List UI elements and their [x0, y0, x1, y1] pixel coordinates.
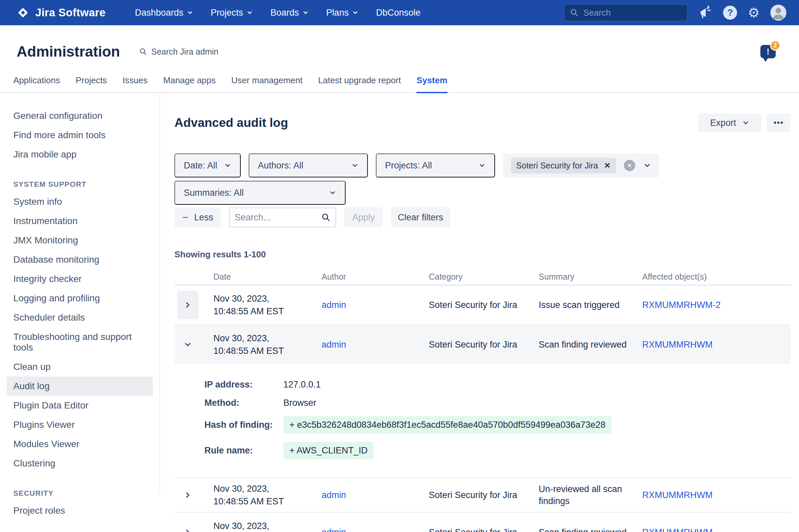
- table-header-row: Date Author Category Summary Affected ob…: [174, 269, 791, 286]
- sidebar-item-plugin-data-editor[interactable]: Plugin Data Editor: [0, 396, 159, 415]
- audit-search-box[interactable]: [229, 207, 336, 227]
- detail-value-hash: + e3c5b326248d0834eb68f3f1ec5acd55fe8ae4…: [283, 416, 612, 434]
- affected-object-link[interactable]: RXMUMMRHWM: [642, 527, 712, 532]
- row-summary: Scan finding reviewed: [539, 339, 642, 350]
- sidebar-item-troubleshooting[interactable]: Troubleshooting and support tools: [0, 327, 159, 357]
- less-filters-button[interactable]: − Less: [174, 207, 221, 227]
- admin-tabs: Applications Projects Issues Manage apps…: [0, 60, 799, 93]
- chevron-down-icon: [224, 162, 231, 169]
- sidebar-item-instrumentation[interactable]: Instrumentation: [0, 211, 159, 231]
- admin-header: Administration Search Jira admin ! 2: [0, 25, 799, 60]
- detail-value-method: Browser: [283, 398, 316, 408]
- tab-applications[interactable]: Applications: [13, 75, 60, 92]
- sidebar-item-project-roles[interactable]: Project roles: [0, 501, 159, 520]
- nav-plans[interactable]: Plans: [326, 8, 359, 18]
- row-summary: Issue scan triggered: [539, 299, 642, 311]
- sidebar-item-find-more-admin-tools[interactable]: Find more admin tools: [0, 126, 159, 145]
- date-filter-dropdown[interactable]: Date: All: [174, 153, 241, 177]
- row-details-panel: IP address: 127.0.0.1 Method: Browser Ha…: [174, 364, 791, 478]
- tab-projects[interactable]: Projects: [76, 75, 107, 92]
- export-button[interactable]: Export: [698, 114, 761, 132]
- global-search-input[interactable]: [583, 8, 682, 18]
- tab-user-management[interactable]: User management: [231, 75, 303, 92]
- global-search[interactable]: [564, 4, 688, 21]
- affected-object-link[interactable]: RXMUMMRHWM: [642, 340, 712, 349]
- sidebar-item-database-monitoring[interactable]: Database monitoring: [0, 250, 159, 269]
- tab-system[interactable]: System: [417, 75, 448, 92]
- row-category: Soteri Security for Jira: [429, 490, 539, 500]
- affected-object-link[interactable]: RXMUMMRHWM-2: [642, 300, 720, 310]
- table-row-expanded: Nov 30, 2023, 10:48:55 AM EST admin Sote…: [174, 325, 791, 364]
- nav-projects[interactable]: Projects: [211, 8, 253, 18]
- col-header-date: Date: [213, 272, 322, 282]
- nav-boards[interactable]: Boards: [270, 8, 309, 18]
- nav-dashboards[interactable]: Dashboards: [135, 8, 193, 18]
- main-nav: Dashboards Projects Boards Plans DbConso…: [135, 8, 420, 18]
- audit-search-input[interactable]: [235, 212, 321, 223]
- sidebar-item-general-configuration[interactable]: General configuration: [0, 106, 159, 126]
- clear-filters-button[interactable]: Clear filters: [391, 207, 450, 227]
- sidebar-item-integrity-checker[interactable]: Integrity checker: [0, 269, 159, 289]
- tab-manage-apps[interactable]: Manage apps: [163, 75, 216, 92]
- user-avatar[interactable]: [771, 5, 786, 21]
- projects-filter-dropdown[interactable]: Projects: All: [376, 153, 495, 177]
- table-row: Nov 30, 2023, 10:48:55 AM EST admin Sote…: [174, 478, 791, 513]
- sidebar-item-plugins-viewer[interactable]: Plugins Viewer: [0, 415, 159, 435]
- sidebar-item-logging-and-profiling[interactable]: Logging and profiling: [0, 289, 159, 308]
- apply-button[interactable]: Apply: [344, 207, 383, 227]
- table-row: Nov 30, 2023, 10:48:55 AM EST admin Sote…: [174, 513, 791, 532]
- affected-object-link[interactable]: RXMUMMRHWM: [642, 490, 712, 500]
- sidebar-item-jira-mobile-app[interactable]: Jira mobile app: [0, 145, 159, 164]
- chevron-down-icon: [742, 119, 749, 127]
- row-category: Soteri Security for Jira: [429, 300, 539, 310]
- sidebar-item-audit-log[interactable]: Audit log: [7, 377, 153, 396]
- tab-latest-upgrade-report[interactable]: Latest upgrade report: [318, 75, 401, 92]
- audit-log-table: Date Author Category Summary Affected ob…: [174, 269, 791, 532]
- category-filter-chip: Soteri Security for Jira ✕: [511, 158, 616, 173]
- tab-issues[interactable]: Issues: [122, 75, 148, 92]
- admin-sidebar: General configuration Find more admin to…: [0, 93, 160, 492]
- remove-chip-icon[interactable]: ✕: [604, 161, 610, 170]
- gear-icon[interactable]: ⚙: [748, 6, 760, 19]
- row-date: Nov 30, 2023, 10:48:55 AM EST: [213, 520, 322, 532]
- chevron-down-icon: [643, 162, 651, 169]
- expand-row-button[interactable]: [177, 518, 198, 532]
- row-date: Nov 30, 2023, 10:48:55 AM EST: [213, 332, 322, 357]
- main-content: Advanced audit log Export ••• Date: All …: [160, 93, 799, 492]
- jira-logo[interactable]: Jira Software: [16, 6, 106, 20]
- sidebar-item-clean-up[interactable]: Clean up: [0, 357, 159, 377]
- help-icon[interactable]: ?: [723, 6, 737, 20]
- chevron-down-icon: [329, 189, 336, 196]
- row-summary: Scan finding reviewed: [539, 526, 642, 532]
- nav-dbconsole[interactable]: DbConsole: [376, 8, 420, 18]
- notifications-button[interactable]: ! 2: [760, 45, 776, 58]
- chevron-down-icon: [351, 162, 359, 169]
- admin-search[interactable]: Search Jira admin: [139, 47, 218, 57]
- expand-row-button[interactable]: [177, 291, 198, 319]
- author-link[interactable]: admin: [322, 340, 346, 349]
- categories-filter-dropdown[interactable]: Soteri Security for Jira ✕ ✕: [503, 153, 659, 177]
- sidebar-item-modules-viewer[interactable]: Modules Viewer: [0, 435, 159, 454]
- chevron-down-icon: [184, 340, 192, 349]
- more-actions-button[interactable]: •••: [767, 114, 791, 132]
- author-link[interactable]: admin: [322, 527, 346, 532]
- detail-label-rule: Rule name:: [204, 445, 283, 456]
- sidebar-section-system-support: SYSTEM SUPPORT: [0, 177, 159, 192]
- authors-filter-dropdown[interactable]: Authors: All: [249, 153, 368, 177]
- announcements-icon[interactable]: [699, 6, 712, 20]
- ellipsis-icon: •••: [774, 118, 784, 128]
- clear-all-icon[interactable]: ✕: [624, 160, 635, 171]
- sidebar-item-system-info[interactable]: System info: [0, 192, 159, 211]
- expand-row-button[interactable]: [177, 481, 198, 509]
- author-link[interactable]: admin: [322, 490, 346, 500]
- sidebar-item-scheduler-details[interactable]: Scheduler details: [0, 308, 159, 327]
- collapse-row-button[interactable]: [177, 330, 198, 359]
- summaries-filter-dropdown[interactable]: Summaries: All: [174, 181, 346, 205]
- sidebar-item-jmx-monitoring[interactable]: JMX Monitoring: [0, 231, 159, 250]
- table-row: Nov 30, 2023, 10:48:55 AM EST admin Sote…: [174, 286, 791, 325]
- row-date: Nov 30, 2023, 10:48:55 AM EST: [213, 292, 322, 318]
- author-link[interactable]: admin: [322, 300, 346, 310]
- sidebar-item-clustering[interactable]: Clustering: [0, 454, 159, 473]
- search-icon: [570, 8, 578, 17]
- jira-logo-icon: [16, 6, 30, 20]
